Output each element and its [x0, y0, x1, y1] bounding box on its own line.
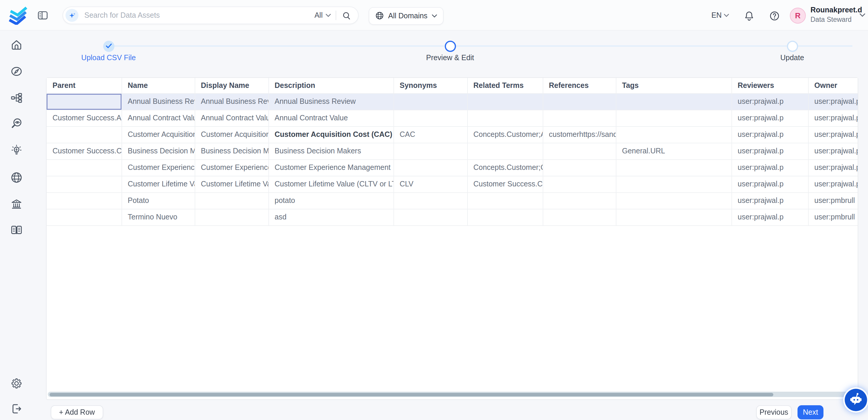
settings-gear-icon[interactable] — [11, 378, 23, 389]
step-preview-indicator[interactable] — [444, 40, 456, 52]
table-cell[interactable]: user:prajwal.p — [732, 176, 808, 192]
table-cell[interactable]: user:prajwal.p — [732, 126, 808, 143]
table-cell[interactable]: CLV — [394, 176, 467, 192]
table-cell[interactable] — [616, 209, 732, 225]
step-upload-label[interactable]: Upload CSV File — [67, 54, 150, 62]
table-cell[interactable] — [543, 209, 616, 225]
table-cell[interactable]: user:prajwal.p — [732, 159, 808, 176]
table-cell[interactable]: potato — [269, 192, 394, 209]
table-cell[interactable] — [394, 209, 467, 225]
table-cell[interactable]: Annual Contract Value ... — [195, 110, 269, 126]
table-cell[interactable] — [394, 159, 467, 176]
search-scope-dropdown[interactable]: All — [310, 11, 336, 20]
glossary-book-icon[interactable] — [11, 224, 23, 236]
table-cell[interactable] — [394, 110, 467, 126]
table-cell[interactable] — [46, 192, 122, 209]
ai-sparkle-icon[interactable] — [65, 9, 79, 22]
app-logo-icon[interactable] — [9, 6, 28, 25]
table-cell[interactable]: Customer Acquisition Cost (CAC) is a ... — [269, 126, 394, 143]
observability-icon[interactable] — [11, 118, 23, 130]
sidebar-toggle-icon[interactable] — [38, 11, 48, 20]
home-icon[interactable] — [11, 39, 23, 51]
insights-bulb-icon[interactable] — [11, 145, 23, 156]
table-cell[interactable]: Business Decision Ma... — [195, 143, 269, 159]
table-cell[interactable]: Annual Business Review — [269, 93, 394, 110]
table-cell[interactable]: Customer Lifetime Value (CLTV or LTV) i.… — [269, 176, 394, 192]
table-cell[interactable]: Termino Nuevo — [122, 209, 195, 225]
table-cell[interactable]: Annual Business Revie... — [195, 93, 269, 110]
table-cell[interactable]: user:prajwal.p — [732, 209, 808, 225]
table-cell[interactable]: user:prajwal.p — [808, 159, 858, 176]
table-cell[interactable] — [467, 192, 543, 209]
table-cell[interactable]: Concepts.Customer;A... — [467, 126, 543, 143]
explore-compass-icon[interactable] — [11, 65, 23, 77]
user-avatar[interactable]: R — [790, 7, 806, 23]
table-cell[interactable] — [543, 176, 616, 192]
user-menu[interactable]: Rounakpreet.d Data Steward — [810, 6, 862, 24]
table-cell[interactable]: Business Decision Ma... — [122, 143, 195, 159]
table-cell[interactable] — [543, 110, 616, 126]
table-cell[interactable]: user:prajwal.p — [808, 126, 858, 143]
table-cell[interactable] — [616, 110, 732, 126]
table-cell[interactable] — [467, 93, 543, 110]
table-cell[interactable]: CAC — [394, 126, 467, 143]
table-cell[interactable] — [46, 93, 122, 110]
table-cell[interactable] — [195, 209, 269, 225]
table-cell[interactable] — [46, 159, 122, 176]
table-cell[interactable]: General.URL — [616, 143, 732, 159]
table-cell[interactable]: Customer Success.An... — [46, 110, 122, 126]
table-cell[interactable] — [467, 209, 543, 225]
table-cell[interactable] — [394, 143, 467, 159]
table-cell[interactable]: user:pmbrull — [808, 192, 858, 209]
horizontal-scrollbar-track[interactable] — [48, 392, 857, 397]
table-cell[interactable]: Customer Lifetime Value — [122, 176, 195, 192]
logout-icon[interactable] — [11, 403, 23, 415]
table-cell[interactable]: Customer Lifetime Val... — [195, 176, 269, 192]
domains-globe-icon[interactable] — [11, 172, 23, 183]
table-cell[interactable] — [616, 126, 732, 143]
lineage-flow-icon[interactable] — [11, 92, 23, 104]
chatbot-button[interactable] — [845, 389, 867, 411]
table-cell[interactable]: user:prajwal.p — [808, 143, 858, 159]
table-cell[interactable] — [543, 143, 616, 159]
add-row-button[interactable]: + Add Row — [51, 405, 103, 419]
table-cell[interactable] — [616, 159, 732, 176]
table-cell[interactable] — [394, 93, 467, 110]
table-cell[interactable]: Customer Acquisition ... — [122, 126, 195, 143]
table-cell[interactable]: Annual Contract Value — [122, 110, 195, 126]
table-cell[interactable]: Customer Success.Cu... — [46, 143, 122, 159]
search-submit-button[interactable] — [336, 11, 358, 20]
help-icon[interactable] — [769, 11, 780, 21]
table-cell[interactable]: asd — [269, 209, 394, 225]
next-button[interactable]: Next — [798, 405, 824, 419]
table-cell[interactable]: user:prajwal.p — [732, 110, 808, 126]
table-cell[interactable] — [195, 192, 269, 209]
table-cell[interactable]: Customer Success.Cu... — [467, 176, 543, 192]
table-cell[interactable] — [543, 93, 616, 110]
horizontal-scrollbar-thumb[interactable] — [50, 393, 773, 396]
table-cell[interactable]: user:pmbrull — [808, 209, 858, 225]
table-cell[interactable] — [616, 192, 732, 209]
table-cell[interactable] — [543, 192, 616, 209]
governance-bank-icon[interactable] — [11, 198, 23, 210]
table-cell[interactable]: Annual Contract Value — [269, 110, 394, 126]
table-cell[interactable]: Customer Experience ... — [195, 159, 269, 176]
search-input[interactable] — [79, 11, 310, 20]
table-cell[interactable]: user:prajwal.p — [732, 192, 808, 209]
table-cell[interactable]: Business Decision Makers — [269, 143, 394, 159]
table-cell[interactable]: Customer Acquisition ... — [195, 126, 269, 143]
step-update-indicator[interactable] — [786, 40, 798, 52]
table-cell[interactable] — [616, 176, 732, 192]
table-cell[interactable]: user:prajwal.p — [808, 110, 858, 126]
table-cell[interactable]: Annual Business Review — [122, 93, 195, 110]
chevron-down-icon[interactable] — [860, 13, 865, 17]
table-cell[interactable]: Potato — [122, 192, 195, 209]
table-cell[interactable]: user:prajwal.p — [732, 143, 808, 159]
notifications-bell-icon[interactable] — [744, 11, 754, 21]
table-cell[interactable] — [467, 110, 543, 126]
table-cell[interactable] — [616, 93, 732, 110]
table-cell[interactable] — [543, 159, 616, 176]
table-cell[interactable]: Concepts.Customer;C... — [467, 159, 543, 176]
domains-dropdown[interactable]: All Domains — [369, 7, 443, 25]
language-selector[interactable]: EN — [711, 11, 730, 20]
